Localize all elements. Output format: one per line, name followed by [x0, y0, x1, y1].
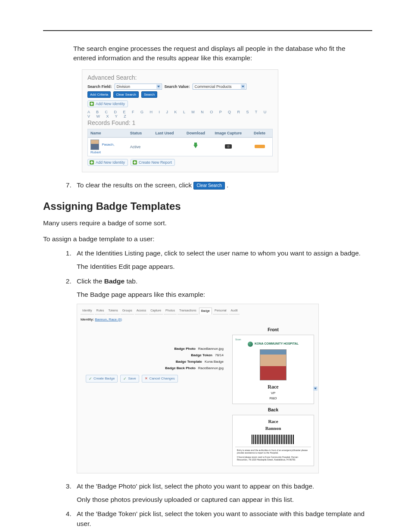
add-new-identity-label: Add New Identity: [96, 102, 125, 106]
badge-role2: R&D: [235, 396, 311, 401]
clear-search-inline-button[interactable]: Clear Search: [193, 182, 224, 190]
tabs-row: IdentityRolesTokensGroupsAccessCapturePh…: [77, 308, 318, 314]
badge-token-value: 78/14: [215, 353, 224, 357]
create-new-report-label: Create New Report: [139, 160, 172, 165]
search-value-select[interactable]: Commercial Products: [193, 84, 246, 90]
tab-capture[interactable]: Capture: [149, 308, 163, 314]
badge-photo-select[interactable]: RaceBannon.jpg: [198, 346, 224, 352]
add-new-identity-label-2: Add New Identity: [96, 160, 125, 165]
hospital-logo-icon: [248, 342, 253, 347]
clear-search-button[interactable]: Clear Search: [113, 91, 139, 98]
badge-back-preview: Race Bannon Entry to areas and the autho…: [232, 415, 314, 466]
front-label: Front: [232, 327, 314, 333]
results-data-row: Pasach, Robert Active: [87, 137, 273, 156]
create-badge-button[interactable]: Create Badge: [86, 375, 118, 383]
search-value-label: Search Value:: [165, 84, 190, 89]
step-1: At the Identities Listing page, click to…: [73, 248, 372, 272]
chevron-down-icon: [313, 386, 318, 391]
tab-access[interactable]: Access: [135, 308, 148, 314]
fine-print-1: Entry to areas and the authorities in fr…: [237, 449, 309, 454]
search-button[interactable]: Search: [141, 91, 157, 98]
badge-photo-value: RaceBannon.jpg: [198, 347, 224, 351]
badge-back-photo-select[interactable]: RaceBannon.jpg: [198, 366, 224, 371]
badge-template-label: Badge Template: [176, 359, 202, 364]
cancel-button[interactable]: Cancel Changes: [142, 375, 178, 383]
col-download: Download: [182, 129, 210, 137]
check-icon: [123, 377, 127, 380]
step7-pre: To clear the results on the screen, clic…: [77, 181, 193, 189]
add-new-identity-button-2[interactable]: Add New Identity: [87, 159, 128, 166]
cancel-label: Cancel Changes: [149, 376, 175, 381]
search-value-value: Commercial Products: [195, 84, 232, 89]
tab-roles[interactable]: Roles: [95, 308, 106, 314]
tab-tokens[interactable]: Tokens: [106, 308, 119, 314]
col-name: Name: [88, 129, 128, 137]
create-badge-label: Create Badge: [93, 376, 115, 381]
col-delete: Delete: [247, 129, 272, 137]
add-new-identity-button[interactable]: Add New Identity: [87, 100, 128, 107]
back-label: Back: [232, 407, 314, 413]
tab-identity[interactable]: Identity: [81, 308, 94, 314]
col-status: Status: [128, 129, 153, 137]
intro-paragraph: The search engine processes the request …: [73, 44, 368, 63]
step-4: At the 'Badge Token' pick list, select t…: [73, 509, 372, 529]
save-button[interactable]: Save: [120, 375, 139, 383]
plus-icon: [90, 102, 94, 106]
barcode-icon: [252, 435, 295, 444]
scan-label: Scan: [235, 338, 311, 342]
badge-token-label: Badge Token: [191, 353, 212, 358]
step2-bold: Badge: [104, 277, 125, 285]
tab-personal[interactable]: Personal: [213, 308, 228, 314]
section-heading: Assigning Badge Templates: [43, 200, 372, 212]
badge-back-photo-label: Badge Back Photo: [165, 366, 196, 371]
step-3: At the 'Badge Photo' pick list, select t…: [73, 481, 372, 505]
row-delete[interactable]: [247, 143, 272, 151]
create-new-report-button[interactable]: Create New Report: [131, 159, 175, 166]
step1-sub: The Identities Edit page appears.: [77, 261, 372, 271]
save-label: Save: [128, 376, 136, 381]
step3-sub: Only those photos previously uploaded or…: [77, 495, 372, 504]
chevron-down-icon: [156, 84, 161, 89]
search-field-select[interactable]: Division: [115, 84, 162, 90]
top-rule: [43, 30, 372, 31]
step-2: Click the Badge tab. The Badge page appe…: [73, 276, 372, 473]
check-icon: [89, 377, 92, 380]
badge-template-value: Kona Badge: [205, 360, 224, 364]
figure-badge-page: IdentityRolesTokensGroupsAccessCapturePh…: [77, 304, 319, 473]
camera-icon: [225, 144, 232, 149]
identity-link[interactable]: Bannon, Race (6): [95, 317, 122, 321]
para-to-assign: To assign a badge template to a user:: [43, 234, 372, 244]
alpha-filter-row[interactable]: A B C D E F G H I J K L M N O P Q R S T …: [87, 110, 273, 118]
row-last-used: [153, 145, 182, 149]
search-field-value: Division: [117, 84, 131, 89]
badge-first-name: Race: [235, 383, 311, 391]
tab-groups[interactable]: Groups: [121, 308, 134, 314]
back-name2: Bannon: [235, 425, 311, 432]
tab-badge[interactable]: Badge: [199, 308, 212, 314]
hospital-name: KONA COMMUNITY HOSPITAL: [255, 342, 299, 346]
step2-post: tab.: [125, 277, 137, 285]
tab-photos[interactable]: Photos: [164, 308, 177, 314]
avatar-icon: [90, 140, 99, 150]
row-download[interactable]: [182, 143, 210, 151]
step7-post: .: [227, 181, 228, 189]
identity-label: Identity:: [81, 317, 95, 321]
step2-pre: Click the: [77, 277, 104, 285]
tab-audit[interactable]: Audit: [229, 308, 240, 314]
step2-sub: The Badge page appears like this example…: [77, 289, 372, 299]
step3-text: At the 'Badge Photo' pick list, select t…: [77, 482, 314, 490]
figure1-title: Advanced Search:: [87, 74, 273, 81]
badge-token-select[interactable]: 78/14: [215, 353, 224, 358]
tab-transactions[interactable]: Transactions: [177, 308, 198, 314]
figure-advanced-search: Advanced Search: Search Field: Division …: [82, 69, 278, 172]
col-last-used: Last Used: [153, 129, 182, 137]
fine-print-2: If found please return card to Kona Comm…: [237, 456, 309, 461]
add-criteria-button[interactable]: Add Criteria: [87, 91, 111, 98]
row-image-capture[interactable]: [209, 143, 247, 151]
download-icon: [193, 145, 198, 148]
badge-front-preview: Scan KONA COMMUNITY HOSPITAL Race VP R&D: [232, 335, 314, 404]
badge-template-select[interactable]: Kona Badge: [205, 359, 224, 364]
col-image-capture: Image Capture: [209, 129, 247, 137]
plus-icon: [90, 160, 94, 165]
plus-icon: [133, 160, 137, 165]
